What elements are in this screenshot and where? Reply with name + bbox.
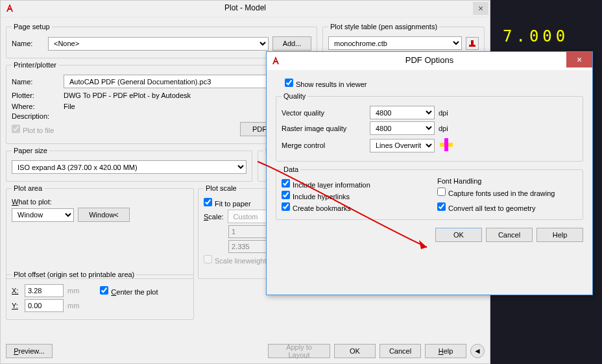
plot-help-button[interactable]: Help [425, 344, 466, 358]
include-hyperlinks-label[interactable]: Include hyperlinks [282, 191, 350, 200]
what-to-plot-label: What to plot: [12, 198, 52, 206]
create-bookmarks-label[interactable]: Create bookmarks [282, 202, 351, 212]
pdf-title: PDF Options [267, 55, 592, 65]
plot-area-group: Plot area What to plot: Window Window< [6, 184, 194, 279]
canvas-readout: 7.000 [503, 27, 569, 45]
plot-to-file-checkbox-label: Plot to file [12, 125, 54, 134]
page-setup-name-select[interactable]: <None> [48, 37, 269, 51]
printer-plotter-value: DWG To PDF - PDF ePlot - by Autodesk [64, 91, 191, 99]
pdf-ok-button[interactable]: OK [435, 228, 482, 242]
plot-to-file-checkbox [12, 125, 20, 133]
vector-quality-select[interactable]: 4800 [370, 106, 435, 119]
raster-quality-label: Raster image quality [282, 125, 366, 132]
plot-close-button[interactable]: × [473, 2, 488, 15]
offset-y-input[interactable] [25, 299, 64, 312]
pdf-options-dialog: PDF Options × Show results in viewer Qua… [266, 51, 593, 295]
plot-cancel-button[interactable]: Cancel [379, 344, 421, 358]
svg-rect-1 [471, 40, 474, 45]
window-pick-button[interactable]: Window< [78, 208, 130, 222]
font-handling-legend: Font Handling [437, 177, 577, 185]
printer-desc-label: Description: [12, 112, 60, 120]
vector-dpi-label: dpi [439, 109, 448, 117]
fit-to-paper-label[interactable]: Fit to paper [204, 198, 251, 208]
data-legend: Data [282, 165, 300, 173]
offset-x-label: X: [12, 287, 21, 295]
printer-plotter-label: Plotter: [12, 91, 60, 99]
raster-quality-select[interactable]: 4800 [370, 121, 435, 135]
pdf-help-button[interactable]: Help [536, 228, 583, 242]
offset-x-input[interactable] [25, 284, 64, 297]
scale-lineweights-label: Scale lineweights [204, 255, 270, 265]
quality-group: Quality Vector quality 4800 dpi Raster i… [276, 92, 583, 162]
scale-lineweights-checkbox [204, 255, 212, 263]
paper-size-group: Paper size ISO expand A3 (297.00 x 420.0… [6, 147, 252, 182]
center-plot-checkbox[interactable] [100, 286, 108, 295]
page-setup-legend: Page setup [12, 23, 52, 30]
include-hyperlinks-checkbox[interactable] [282, 191, 290, 199]
pdf-cancel-button[interactable]: Cancel [486, 228, 533, 242]
plot-scale-legend: Plot scale [204, 184, 239, 192]
what-to-plot-select[interactable]: Window [12, 208, 74, 222]
preview-button[interactable]: Preview... [6, 344, 53, 358]
plot-area-legend: Plot area [12, 184, 44, 192]
paper-size-legend: Paper size [12, 147, 49, 154]
convert-text-label[interactable]: Convert all text to geometry [437, 202, 536, 212]
vector-quality-label: Vector quality [282, 109, 366, 117]
pdf-titlebar: PDF Options × [267, 52, 592, 70]
show-results-checkbox[interactable] [285, 79, 293, 87]
plot-style-legend: Plot style table (pen assignments) [328, 23, 439, 30]
plot-title: Plot - Model [1, 3, 490, 12]
page-setup-add-button[interactable]: Add... [272, 36, 311, 51]
paper-size-select[interactable]: ISO expand A3 (297.00 x 420.00 MM) [12, 160, 247, 174]
include-layer-label[interactable]: Include layer information [282, 179, 370, 189]
capture-fonts-label[interactable]: Capture fonts used in the drawing [437, 188, 555, 197]
plot-titlebar: Plot - Model × [1, 1, 490, 18]
merge-control-select[interactable]: Lines Overwrite [370, 139, 435, 152]
show-results-label[interactable]: Show results in viewer [285, 79, 367, 88]
merge-control-label: Merge control [282, 141, 366, 149]
convert-text-checkbox[interactable] [437, 202, 446, 211]
printer-where-label: Where: [12, 103, 60, 110]
plot-style-edit-button[interactable] [466, 37, 479, 50]
plot-offset-legend: Plot offset (origin set to printable are… [12, 271, 136, 278]
printer-legend: Printer/plotter [12, 61, 58, 69]
plot-offset-group: Plot offset (origin set to printable are… [6, 271, 194, 320]
svg-rect-0 [469, 45, 476, 47]
merge-icon [439, 137, 454, 154]
offset-x-unit: mm [67, 287, 79, 295]
data-group: Data Include layer information Include h… [276, 165, 583, 220]
plot-ok-button[interactable]: OK [334, 344, 376, 358]
scale-value2 [228, 240, 267, 253]
expand-button[interactable]: ◄ [470, 344, 485, 358]
apply-layout-button[interactable]: Apply to Layout [268, 344, 330, 358]
svg-rect-4 [444, 143, 448, 147]
include-layer-checkbox[interactable] [282, 179, 290, 188]
center-plot-label[interactable]: Center the plot [100, 286, 158, 296]
quality-legend: Quality [282, 92, 307, 100]
pdf-close-button[interactable]: × [566, 52, 592, 67]
scale-value1 [228, 225, 267, 238]
fit-to-paper-checkbox[interactable] [204, 198, 212, 206]
create-bookmarks-checkbox[interactable] [282, 202, 290, 211]
offset-y-label: Y: [12, 302, 21, 309]
scale-label: Scale: [204, 213, 224, 221]
printer-name-label: Name: [12, 78, 60, 86]
offset-y-unit: mm [67, 302, 79, 309]
raster-dpi-label: dpi [439, 125, 448, 132]
plot-style-select[interactable]: monochrome.ctb [328, 36, 462, 50]
page-setup-name-label: Name: [12, 40, 44, 47]
printer-where-value: File [64, 103, 75, 110]
capture-fonts-checkbox[interactable] [437, 188, 446, 196]
